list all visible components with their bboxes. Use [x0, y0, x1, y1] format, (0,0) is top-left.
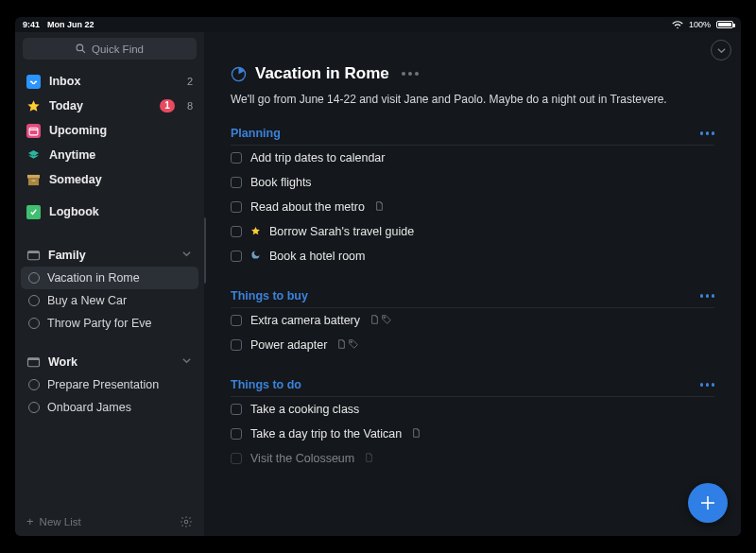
project-notes[interactable]: We'll go from June 14-22 and visit Jane …: [231, 93, 714, 106]
svg-rect-6: [28, 178, 39, 184]
task-row[interactable]: Visit the Colosseum: [231, 446, 714, 471]
main-pane: Vacation in Rome We'll go from June 14-2…: [204, 32, 741, 536]
task-row[interactable]: Read about the metro: [231, 195, 714, 219]
section-more-button[interactable]: [700, 383, 715, 387]
sidebar-footer: + New List: [15, 507, 204, 536]
task-checkbox[interactable]: [231, 315, 242, 326]
sidebar-today[interactable]: Today 1 8: [15, 94, 204, 118]
page-more-button[interactable]: [402, 72, 419, 76]
project-progress-icon: [28, 272, 40, 284]
status-date: Mon Jun 22: [47, 20, 94, 29]
evening-icon: [250, 250, 261, 263]
task-checkbox[interactable]: [231, 152, 242, 164]
chevron-down-icon: [181, 355, 193, 369]
sidebar-anytime[interactable]: Anytime: [15, 143, 204, 167]
scrollbar-thumb[interactable]: [204, 217, 206, 284]
section-more-button[interactable]: [700, 131, 715, 135]
task-indicators: [337, 339, 358, 351]
task-checkbox[interactable]: [231, 428, 242, 440]
sidebar-inbox[interactable]: Inbox 2: [15, 69, 204, 94]
task-checkbox[interactable]: [231, 339, 242, 351]
task-row[interactable]: Take a day trip to the Vatican: [231, 422, 714, 446]
area-label: Work: [48, 355, 174, 369]
note-icon: [365, 453, 373, 464]
today-star-icon: [250, 226, 261, 238]
add-task-fab[interactable]: [688, 483, 728, 523]
settings-button[interactable]: [180, 515, 193, 528]
area-icon: [26, 248, 41, 262]
sidebar-item-label: Upcoming: [49, 124, 193, 137]
task-title: Extra camera battery: [250, 314, 360, 327]
svg-point-15: [351, 341, 352, 342]
area-header[interactable]: Work: [15, 350, 204, 373]
task-checkbox[interactable]: [231, 177, 242, 188]
section-header[interactable]: Things to buy: [231, 289, 714, 308]
page-header: Vacation in Rome: [231, 64, 714, 83]
chevron-down-icon: [181, 249, 193, 262]
task-row[interactable]: Borrow Sarah's travel guide: [231, 219, 714, 244]
task-checkbox[interactable]: [231, 453, 242, 464]
project-label: Buy a New Car: [47, 294, 127, 307]
tag-icon: [382, 315, 391, 326]
task-row[interactable]: Take a cooking class: [231, 397, 714, 422]
section-header[interactable]: Things to do: [231, 378, 714, 397]
battery-icon: [716, 21, 733, 28]
task-row[interactable]: Extra camera battery: [231, 308, 714, 333]
task-indicators: [365, 453, 373, 464]
svg-rect-5: [27, 174, 40, 178]
svg-rect-7: [32, 180, 36, 181]
task-checkbox[interactable]: [231, 404, 242, 415]
task-title: Visit the Colosseum: [250, 452, 354, 465]
tag-icon: [349, 339, 358, 351]
section-label: Planning: [231, 127, 700, 140]
sidebar-item-label: Anytime: [49, 148, 193, 162]
battery-pct: 100%: [689, 20, 711, 29]
project-item[interactable]: Onboard James: [15, 396, 204, 419]
sidebar-someday[interactable]: Someday: [15, 167, 204, 192]
inbox-icon: [26, 75, 41, 89]
sidebar-item-label: Logbook: [49, 205, 193, 218]
project-item[interactable]: Prepare Presentation: [15, 373, 204, 396]
project-progress-icon: [28, 318, 40, 329]
plus-icon: +: [26, 514, 34, 528]
today-badge: 1: [160, 99, 175, 112]
task-checkbox[interactable]: [231, 251, 242, 262]
quick-find[interactable]: Quick Find: [23, 38, 197, 60]
sidebar-item-label: Today: [49, 99, 151, 112]
task-indicators: [370, 315, 391, 326]
new-list-button[interactable]: New List: [40, 516, 81, 527]
section-header[interactable]: Planning: [231, 127, 714, 146]
star-icon: [26, 99, 41, 113]
sidebar: Quick Find Inbox 2: [15, 32, 204, 536]
project-item[interactable]: Throw Party for Eve: [15, 312, 204, 335]
task-row[interactable]: Book a hotel room: [231, 244, 714, 268]
task-row[interactable]: Add trip dates to calendar: [231, 146, 714, 170]
logbook-icon: [26, 205, 41, 219]
task-checkbox[interactable]: [231, 226, 242, 237]
collapse-button[interactable]: [711, 40, 731, 60]
project-item[interactable]: Buy a New Car: [15, 289, 204, 312]
sidebar-item-label: Inbox: [49, 75, 179, 88]
svg-point-1: [77, 44, 83, 51]
task-row[interactable]: Power adapter: [231, 333, 714, 357]
today-count: 8: [187, 100, 193, 112]
sidebar-logbook[interactable]: Logbook: [15, 199, 204, 224]
section-more-button[interactable]: [700, 294, 715, 298]
project-progress-icon: [28, 402, 40, 413]
area-header[interactable]: Family: [15, 243, 204, 267]
project-item[interactable]: Vacation in Rome: [21, 267, 198, 289]
project-progress-icon: [231, 66, 247, 82]
section-label: Things to do: [231, 378, 700, 391]
status-time: 9:41: [23, 20, 40, 29]
screen: 9:41 Mon Jun 22 100% Q: [15, 17, 741, 536]
svg-rect-11: [28, 358, 40, 360]
svg-rect-9: [28, 251, 40, 253]
archive-icon: [26, 173, 41, 187]
sidebar-upcoming[interactable]: Upcoming: [15, 118, 204, 143]
task-indicators: [375, 201, 384, 213]
project-label: Throw Party for Eve: [47, 317, 151, 330]
task-checkbox[interactable]: [231, 201, 242, 213]
status-bar: 9:41 Mon Jun 22 100%: [15, 17, 741, 32]
project-progress-icon: [28, 379, 40, 390]
task-row[interactable]: Book flights: [231, 170, 714, 195]
